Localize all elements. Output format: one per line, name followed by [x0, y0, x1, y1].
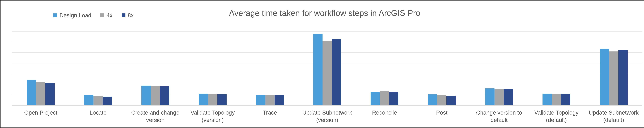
bar [332, 39, 341, 105]
bar [389, 92, 398, 105]
x-axis-label: Validate Topology (version) [184, 109, 241, 123]
bar-group [298, 32, 356, 105]
x-axis-label: Locate [70, 109, 127, 123]
x-axis-labels: Open ProjectLocateCreate and change vers… [12, 109, 642, 123]
bar [199, 94, 208, 105]
bar [485, 88, 494, 105]
bar-group [184, 32, 241, 105]
bar [274, 95, 284, 105]
bar-group [70, 32, 127, 105]
bar [265, 95, 274, 105]
bar [84, 95, 94, 105]
bar [217, 94, 226, 105]
bar-group [413, 32, 470, 105]
bar [142, 86, 151, 105]
bar [27, 80, 36, 105]
x-axis-label: Create and change version [127, 109, 184, 123]
bar [437, 95, 446, 105]
plot-area [12, 32, 642, 105]
bar-group [585, 32, 642, 105]
bar [446, 96, 456, 105]
bar-groups [12, 32, 642, 105]
bar [494, 89, 504, 105]
bar [561, 94, 570, 105]
bar [151, 86, 160, 105]
bar [552, 94, 561, 105]
bar [609, 51, 618, 105]
x-axis-label: Post [413, 109, 470, 123]
bar [94, 96, 103, 105]
chart-frame: Design Load 4x 8x Average time taken for… [0, 0, 644, 128]
bar [542, 94, 552, 105]
bar [504, 89, 513, 105]
x-axis-label: Open Project [12, 109, 70, 123]
x-axis-label: Change version to default [470, 109, 528, 123]
bar [45, 83, 54, 105]
bar-group [356, 32, 413, 105]
bar-group [470, 32, 528, 105]
x-axis-label: Update Subnetwork (version) [298, 109, 356, 123]
bar [380, 91, 389, 105]
bar-group [528, 32, 585, 105]
chart-title: Average time taken for workflow steps in… [0, 8, 644, 18]
bar [322, 41, 332, 105]
x-axis-label: Reconcile [356, 109, 413, 123]
bar [103, 97, 112, 105]
bar [36, 82, 45, 105]
bar [313, 34, 322, 105]
x-axis-line [12, 105, 642, 105]
bar-group [241, 32, 298, 105]
bar-group [127, 32, 184, 105]
bar [370, 92, 380, 105]
bar [428, 94, 437, 105]
bar [208, 94, 217, 105]
bar [600, 49, 609, 105]
x-axis-label: Validate Topology (default) [528, 109, 585, 123]
bar [256, 95, 265, 105]
x-axis-label: Trace [241, 109, 298, 123]
bar-group [12, 32, 70, 105]
chart-header: Design Load 4x 8x Average time taken for… [0, 8, 644, 24]
bar [618, 50, 628, 105]
bar [160, 86, 169, 105]
x-axis-label: Update Subnetwork (default) [585, 109, 642, 123]
